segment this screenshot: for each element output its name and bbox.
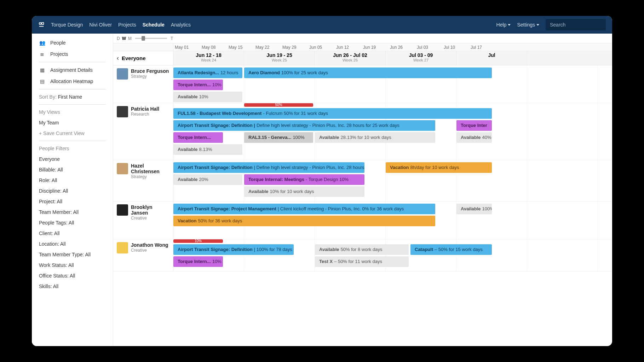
sidebar-allocation-heatmap[interactable]: ▤Allocation Heatmap: [32, 76, 113, 87]
nav-analytics[interactable]: Analytics: [171, 22, 191, 28]
assignment-bar[interactable]: Available 10%: [173, 92, 242, 102]
assignment-bar[interactable]: FUL1.58 - Budapest Web Development - Ful…: [173, 108, 492, 119]
zoom-slider[interactable]: [135, 38, 167, 39]
week-column[interactable]: Jul: [456, 51, 527, 65]
my-team-view[interactable]: My Team: [32, 117, 113, 128]
nav: Torque Design Nivi Oliver Projects Sched…: [51, 22, 191, 28]
week-column[interactable]: Jun 12 - 18Week 24: [173, 51, 244, 65]
zoom-day[interactable]: D: [117, 36, 120, 41]
week-column[interactable]: Jul 03 - 09Week 27: [386, 51, 456, 65]
nav-schedule[interactable]: Schedule: [143, 22, 165, 28]
assignment-bar[interactable]: Available 50% for 8 work days: [315, 244, 409, 255]
filter-row[interactable]: People Tags: All: [32, 217, 113, 228]
filter-row[interactable]: Location: All: [32, 239, 113, 249]
avatar[interactable]: [117, 68, 128, 80]
collapse-chevron-icon[interactable]: ‹: [117, 54, 119, 62]
person-role: Strategy: [131, 174, 169, 179]
person-name[interactable]: Jonathon Wong: [131, 242, 168, 248]
avatar[interactable]: [117, 106, 128, 117]
assignment-bar[interactable]: Aero Diamond 100% for 25 work days: [244, 68, 492, 78]
person-name[interactable]: Patricia Hall: [131, 106, 159, 112]
group-title: Everyone: [122, 55, 146, 61]
zoom-week[interactable]: W: [122, 36, 126, 41]
date-label: May 22: [254, 43, 281, 51]
person-name[interactable]: Bruce Ferguson: [131, 68, 169, 74]
assignment-bar[interactable]: Torque Intern...: [173, 132, 223, 143]
date-label: May 15: [227, 43, 254, 51]
svg-rect-1: [42, 23, 44, 24]
date-label: Jul 17: [469, 43, 496, 51]
date-label: Jun 05: [308, 43, 335, 51]
zoom-today[interactable]: T: [171, 36, 173, 41]
assignment-icon: ▦: [39, 68, 45, 72]
assignment-bar[interactable]: Atlanta Redesign...12 hours: [173, 68, 242, 78]
timeline-dates: May 01May 08May 15May 22May 29Jun 05Jun …: [113, 43, 612, 51]
person-role: Creative: [131, 216, 169, 221]
avatar[interactable]: [117, 204, 128, 216]
settings-menu[interactable]: Settings: [517, 22, 539, 28]
filter-row[interactable]: Role: All: [32, 175, 113, 186]
person-name[interactable]: Brooklyn Jansen: [131, 204, 169, 216]
assignment-bar[interactable]: Test X – 50% for 11 work days: [315, 256, 409, 267]
date-label: May 01: [173, 43, 200, 51]
assignment-bar[interactable]: Torque Intern... 10%: [173, 256, 223, 267]
assignment-bar[interactable]: Available 10% for 10 work days: [244, 186, 364, 197]
assignment-bar[interactable]: Torque Inter: [456, 120, 492, 131]
assignment-bar[interactable]: Torque Internal: Meetings - Torque Desig…: [244, 174, 364, 185]
date-label: Jun 12: [335, 43, 362, 51]
zoom-month[interactable]: M: [128, 36, 132, 41]
sidebar-projects[interactable]: ≣Projects: [32, 48, 113, 60]
assignment-bar[interactable]: Torque Intern... 10%: [173, 80, 223, 90]
sidebar: 👥People ≣Projects ▦Assignment Details ▤A…: [32, 34, 113, 346]
filter-row[interactable]: Office Status: All: [32, 270, 113, 281]
person-lane[interactable]: Airport Transit Signage: Definition | De…: [173, 160, 612, 201]
person-lane[interactable]: Atlanta Redesign...12 hoursAero Diamond …: [173, 65, 612, 103]
filter-row[interactable]: Team Member Type: All: [32, 249, 113, 260]
assignment-bar[interactable]: Available 8.13%: [173, 144, 242, 155]
assignment-bar[interactable]: 50%: [244, 103, 313, 107]
sort-by[interactable]: Sort By: First Name: [32, 92, 113, 102]
assignment-bar[interactable]: Catapult – 50% for 15 work days: [410, 244, 492, 255]
avatar[interactable]: [117, 163, 128, 174]
help-menu[interactable]: Help: [496, 22, 511, 28]
person-lane[interactable]: Airport Transit Signage: Project Managem…: [173, 202, 612, 239]
person-name[interactable]: Hazel Christensen: [131, 163, 169, 174]
assignment-bar[interactable]: Vacation 8h/day for 10 work days: [386, 162, 492, 173]
filter-row[interactable]: Team Member: All: [32, 207, 113, 217]
person-row: Jonathon WongCreative10%Airport Transit …: [113, 239, 612, 272]
nav-user[interactable]: Nivi Oliver: [89, 22, 112, 28]
assignment-bar[interactable]: Available 20%: [173, 174, 242, 185]
filter-row[interactable]: Everyone: [32, 154, 113, 164]
filter-row[interactable]: Project: All: [32, 196, 113, 207]
filter-row[interactable]: Skills: All: [32, 281, 113, 292]
week-column[interactable]: Jun 19 - 25Week 25: [244, 51, 315, 65]
assignment-bar[interactable]: Available 28.13% for 10 work days: [315, 132, 435, 143]
search-input[interactable]: [546, 19, 606, 30]
filter-row[interactable]: Billable: All: [32, 164, 113, 175]
filter-row[interactable]: Client: All: [32, 228, 113, 239]
nav-projects[interactable]: Projects: [118, 22, 136, 28]
slider-thumb[interactable]: [142, 36, 145, 41]
app-window: Torque Design Nivi Oliver Projects Sched…: [32, 16, 612, 346]
filter-row[interactable]: Work Status: All: [32, 260, 113, 270]
assignment-bar[interactable]: 10%: [173, 239, 223, 243]
person-lane[interactable]: 10%Airport Transit Signage: Definition |…: [173, 239, 612, 271]
nav-org[interactable]: Torque Design: [51, 22, 83, 28]
assignment-bar[interactable]: Vacation 50% for 36 work days: [173, 216, 435, 226]
assignment-bar[interactable]: Airport Transit Signage: Definition | De…: [173, 120, 435, 131]
heatmap-icon: ▤: [39, 79, 45, 84]
assignment-bar[interactable]: Airport Transit Signage: Definition | 10…: [173, 244, 294, 255]
filter-row[interactable]: Discipline: All: [32, 186, 113, 196]
assignment-bar[interactable]: Available 40%: [456, 132, 492, 143]
save-current-view[interactable]: + Save Current View: [32, 128, 113, 139]
assignment-bar[interactable]: Airport Transit Signage: Project Managem…: [173, 204, 435, 214]
app-logo-icon: [38, 22, 45, 28]
assignment-bar[interactable]: Available 100%: [456, 204, 492, 214]
person-lane[interactable]: 50%FUL1.58 - Budapest Web Development - …: [173, 103, 612, 160]
assignment-bar[interactable]: Airport Transit Signage: Definition | De…: [173, 162, 364, 173]
sidebar-assignment-details[interactable]: ▦Assignment Details: [32, 64, 113, 76]
assignment-bar[interactable]: RAL3.15 - Geneva...100%: [244, 132, 313, 143]
sidebar-people[interactable]: 👥People: [32, 37, 113, 48]
week-column[interactable]: Jun 26 - Jul 02Week 26: [315, 51, 386, 65]
avatar[interactable]: [117, 242, 128, 253]
